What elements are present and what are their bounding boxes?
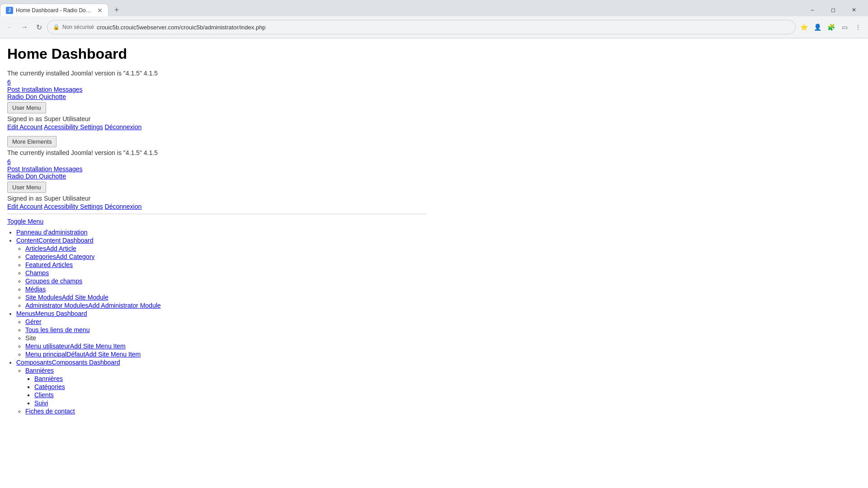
edit-account-link-second[interactable]: Edit Account xyxy=(7,203,42,210)
nav-item-groupes: Groupes de champs xyxy=(25,277,427,285)
edit-links-second: Edit Account Accessibility Settings Déco… xyxy=(7,203,427,210)
content-submenu: ArticlesAdd Article CategoriesAdd Catego… xyxy=(16,245,427,309)
champs-link[interactable]: Champs xyxy=(25,269,49,277)
nav-item-menu-principal: Menu principalDéfautAdd Site Menu Item xyxy=(25,351,427,358)
edit-links-first: Edit Account Accessibility Settings Déco… xyxy=(7,123,427,131)
link-6-first[interactable]: 6 xyxy=(7,79,11,86)
divider xyxy=(7,214,427,214)
page-content: Home Dashboard The currently installed J… xyxy=(0,38,434,423)
nav-item-fiches-contact: Fiches de contact xyxy=(25,408,427,415)
window-close-button[interactable]: ✕ xyxy=(844,2,864,18)
active-tab[interactable]: J Home Dashboard - Radio Don Q... ✕ xyxy=(0,4,108,16)
menu-utilisateur-link[interactable]: Menu utilisateurAdd Site Menu Item xyxy=(25,343,126,350)
nav-item-site: Site xyxy=(25,334,427,342)
address-text: crouic5b.crouic5webserver.com/crouic5b/a… xyxy=(97,24,266,31)
gerer-link[interactable]: Gérer xyxy=(25,318,42,325)
nav-item-clients: Clients xyxy=(34,391,427,399)
user-menu-button-second[interactable]: User Menu xyxy=(7,182,46,193)
link-post-installation-second[interactable]: Post Installation Messages xyxy=(7,165,83,173)
link-radio-don-first[interactable]: Radio Don Quichotte xyxy=(7,93,66,100)
bannieres-group-link[interactable]: Bannières xyxy=(25,367,54,374)
nav-item-bannieres-group: Bannières Bannières Catégories Clients S… xyxy=(25,367,427,407)
deconnexion-link-second[interactable]: Déconnexion xyxy=(105,203,142,210)
profile-button[interactable]: 👤 xyxy=(811,21,824,33)
address-actions: ⭐ 👤 🧩 ▭ ⋮ xyxy=(797,21,864,33)
nav-item-bannieres: Bannières xyxy=(34,375,427,382)
accessibility-link-first[interactable]: Accessibility Settings xyxy=(44,123,103,131)
extensions-button[interactable]: 🧩 xyxy=(825,21,837,33)
back-button[interactable]: ← xyxy=(4,21,16,33)
nav-item-featured: Featured Articles xyxy=(25,261,427,268)
bookmark-button[interactable]: ⭐ xyxy=(797,21,810,33)
menus-link[interactable]: MenusMenus Dashboard xyxy=(16,310,87,317)
categories-link[interactable]: CategoriesAdd Category xyxy=(25,253,94,260)
bannieres-subsubmenu: Bannières Catégories Clients Suivi xyxy=(25,375,427,407)
nav-item-content: ContentContent Dashboard ArticlesAdd Art… xyxy=(16,237,427,309)
nav-section: Toggle Menu Panneau d'administration Con… xyxy=(7,218,427,415)
nav-item-champs: Champs xyxy=(25,269,427,277)
link-post-installation-first[interactable]: Post Installation Messages xyxy=(7,86,83,93)
link-6-second[interactable]: 6 xyxy=(7,158,11,165)
more-elements-button[interactable]: More Elements xyxy=(7,136,57,147)
window-minimize-button[interactable]: – xyxy=(802,2,823,18)
address-input[interactable]: 🔒 Non sécurisé crouic5b.crouic5webserver… xyxy=(47,20,796,34)
articles-link[interactable]: ArticlesAdd Article xyxy=(25,245,76,252)
tab-close-button[interactable]: ✕ xyxy=(94,7,103,14)
second-info-block: The currently installed Joomla! version … xyxy=(7,149,427,210)
signed-in-text-first: Signed in as Super Utilisateur xyxy=(7,115,90,122)
nav-item-suivi: Suivi xyxy=(34,399,427,407)
content-link[interactable]: ContentContent Dashboard xyxy=(16,237,93,244)
bannieres-link[interactable]: Bannières xyxy=(34,375,63,382)
tab-title: Home Dashboard - Radio Don Q... xyxy=(16,7,94,14)
joomla-version-text-2: The currently installed Joomla! version … xyxy=(7,149,427,156)
groupes-link[interactable]: Groupes de champs xyxy=(25,277,82,285)
sidebar-button[interactable]: ▭ xyxy=(838,21,851,33)
window-controls: – ◻ ✕ xyxy=(802,2,868,18)
main-nav-list: Panneau d'administration ContentContent … xyxy=(7,229,427,415)
medias-link[interactable]: Médias xyxy=(25,286,46,293)
admin-modules-link[interactable]: Administrator ModulesAdd Administrator M… xyxy=(25,302,161,309)
composants-link[interactable]: ComposantsComposants Dashboard xyxy=(16,359,120,366)
nav-item-site-modules: Site ModulesAdd Site Module xyxy=(25,294,427,301)
edit-account-link-first[interactable]: Edit Account xyxy=(7,123,42,131)
deconnexion-link-first[interactable]: Déconnexion xyxy=(105,123,142,131)
address-bar: ← → ↻ 🔒 Non sécurisé crouic5b.crouic5web… xyxy=(0,16,868,38)
accessibility-link-second[interactable]: Accessibility Settings xyxy=(44,203,103,210)
window-maximize-button[interactable]: ◻ xyxy=(823,2,844,18)
tous-liens-link[interactable]: Tous les liens de menu xyxy=(25,326,90,333)
new-tab-button[interactable]: + xyxy=(110,4,123,16)
not-secure-label: Non sécurisé xyxy=(62,24,94,30)
toggle-menu-link[interactable]: Toggle Menu xyxy=(7,218,427,225)
suivi-link[interactable]: Suivi xyxy=(34,399,48,407)
nav-item-categories-sub: Catégories xyxy=(34,383,427,390)
tab-bar: J Home Dashboard - Radio Don Q... ✕ + – … xyxy=(0,0,868,16)
lock-icon: 🔒 xyxy=(53,24,60,30)
featured-link[interactable]: Featured Articles xyxy=(25,261,73,268)
browser-chrome: J Home Dashboard - Radio Don Q... ✕ + – … xyxy=(0,0,868,38)
site-text: Site xyxy=(25,334,36,342)
tab-favicon: J xyxy=(6,7,13,14)
menus-submenu: Gérer Tous les liens de menu Site Menu u… xyxy=(16,318,427,358)
more-button[interactable]: ⋮ xyxy=(852,21,864,33)
link-radio-don-second[interactable]: Radio Don Quichotte xyxy=(7,173,66,180)
nav-item-menus: MenusMenus Dashboard Gérer Tous les lien… xyxy=(16,310,427,358)
site-modules-link[interactable]: Site ModulesAdd Site Module xyxy=(25,294,108,301)
nav-item-gerer: Gérer xyxy=(25,318,427,325)
nav-item-panneau: Panneau d'administration xyxy=(16,229,427,236)
nav-item-composants: ComposantsComposants Dashboard Bannières… xyxy=(16,359,427,415)
nav-item-tous-liens: Tous les liens de menu xyxy=(25,326,427,333)
reload-button[interactable]: ↻ xyxy=(33,21,45,33)
nav-item-medias: Médias xyxy=(25,286,427,293)
menu-principal-link[interactable]: Menu principalDéfautAdd Site Menu Item xyxy=(25,351,141,358)
nav-item-admin-modules: Administrator ModulesAdd Administrator M… xyxy=(25,302,427,309)
categories-sub-link[interactable]: Catégories xyxy=(34,383,65,390)
clients-link[interactable]: Clients xyxy=(34,391,54,399)
user-menu-button-first[interactable]: User Menu xyxy=(7,102,46,113)
composants-submenu: Bannières Bannières Catégories Clients S… xyxy=(16,367,427,415)
nav-item-articles: ArticlesAdd Article xyxy=(25,245,427,252)
fiches-contact-link[interactable]: Fiches de contact xyxy=(25,408,75,415)
signed-in-text-second: Signed in as Super Utilisateur xyxy=(7,195,90,202)
panneau-link[interactable]: Panneau d'administration xyxy=(16,229,88,236)
forward-button[interactable]: → xyxy=(18,21,31,33)
first-info-block: The currently installed Joomla! version … xyxy=(7,70,427,131)
